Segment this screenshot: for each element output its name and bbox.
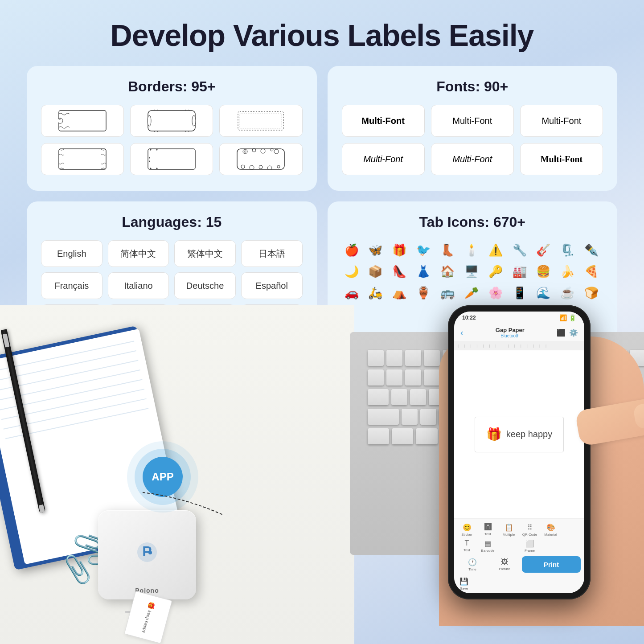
tab-icon-gift: 🎁 xyxy=(390,240,409,260)
phone-print-button[interactable]: Print xyxy=(522,556,581,573)
lang-german: Deutsche xyxy=(174,272,236,299)
lang-french: Français xyxy=(41,272,103,299)
phone-app-header: ‹ Gap Paper Bluetooth ⬛ ⚙️ xyxy=(454,324,584,341)
font-item-1: Multi-Font xyxy=(342,105,425,137)
svg-rect-0 xyxy=(59,111,106,131)
tab-icon-vase: 🏺 xyxy=(414,283,433,303)
phone-canvas: 🎁 keep happy xyxy=(454,350,584,519)
tool-multiple[interactable]: 📋 Multiple xyxy=(500,523,518,537)
tool-time[interactable]: 🕐 Time xyxy=(458,558,487,571)
tab-icons-title: Tab Icons: 670+ xyxy=(342,214,603,230)
lang-spanish: Español xyxy=(241,272,303,299)
tool-barcode[interactable]: T Text xyxy=(458,539,476,553)
tool-empty3 xyxy=(541,539,560,553)
tool-sticker[interactable]: 😊 Sticker xyxy=(458,523,476,537)
border-item-2 xyxy=(130,105,213,137)
font-item-3: Multi-Font xyxy=(520,105,603,137)
lang-japanese: 日本語 xyxy=(241,240,303,267)
bottom-scene: 📎 📎 📎 P Polono 🎁 xyxy=(0,305,644,644)
tab-icon-dress: 👗 xyxy=(414,262,433,281)
border-item-6 xyxy=(219,143,302,175)
tab-icon-warning: ⚠️ xyxy=(486,240,505,260)
features-grid: Borders: 95+ xyxy=(0,66,644,344)
lang-simplified-chinese: 简体中文 xyxy=(108,240,169,267)
tab-icon-burger: 🍔 xyxy=(533,262,553,281)
tab-icon-candle: 🕯️ xyxy=(462,240,481,260)
font-item-6: Multi-Font xyxy=(520,143,603,175)
tab-icon-guitar: 🎸 xyxy=(533,240,553,260)
tab-icon-heels: 👠 xyxy=(390,262,409,281)
tab-icon-pen: ✒️ xyxy=(582,240,601,260)
tab-icon-butterfly: 🦋 xyxy=(365,240,385,260)
tab-icon-monitor: 🖥️ xyxy=(462,262,481,281)
svg-point-23 xyxy=(148,551,152,554)
phone-label-preview-text: keep happy xyxy=(506,429,552,439)
border-item-1 xyxy=(41,105,124,137)
tab-icon-bread: 🍞 xyxy=(582,283,601,303)
icons-row-2: 🌙 📦 👠 👗 🏠 🖥️ 🔑 🏭 🍔 🍌 🍕 xyxy=(342,262,603,281)
tab-icon-pizza: 🍕 xyxy=(582,262,601,281)
tool-empty2 xyxy=(500,539,518,553)
tool-qrcode[interactable]: ⠿ QR Code xyxy=(521,523,539,537)
phone-toolbar: 😊 Sticker 🅰 Text 📋 Multiple ⠿ xyxy=(454,519,584,593)
desk-surface: 📎 📎 📎 P Polono 🎁 xyxy=(0,305,354,644)
svg-rect-8 xyxy=(148,149,195,169)
svg-rect-5 xyxy=(238,111,283,130)
border-item-5 xyxy=(130,143,213,175)
tool-save[interactable]: 💾 Save xyxy=(459,577,468,591)
phone-time: 10:22 xyxy=(462,315,476,321)
tool-text[interactable]: 🅰 Text xyxy=(479,523,497,537)
tab-icon-car: 🚗 xyxy=(342,283,361,303)
font-item-5: Multi-Font xyxy=(431,143,514,175)
tab-icon-wave: 🌊 xyxy=(533,283,553,303)
phone-frame: 10:22 📶 🔋 ‹ Gap Paper Bluetooth xyxy=(448,305,591,599)
svg-point-3 xyxy=(148,115,151,126)
tab-icon-boot: 👢 xyxy=(438,240,457,260)
tab-icon-scooter: 🛵 xyxy=(365,283,385,303)
tab-icon-apple: 🍎 xyxy=(342,240,361,260)
svg-point-4 xyxy=(192,115,196,126)
icons-row-3: 🚗 🛵 ⛺ 🏺 🚌 🥕 🌸 📱 🌊 ☕ 🍞 xyxy=(342,283,603,303)
fonts-card: Fonts: 90+ Multi-Font Multi-Font Multi-F… xyxy=(328,66,618,191)
tool-material[interactable]: 🎨 Material xyxy=(541,523,560,537)
fonts-title: Fonts: 90+ xyxy=(342,78,603,95)
fonts-grid: Multi-Font Multi-Font Multi-Font Multi-F… xyxy=(342,105,603,175)
borders-title: Borders: 95+ xyxy=(41,78,303,95)
lang-italian: Italiano xyxy=(108,272,169,299)
tab-icon-factory: 🏭 xyxy=(510,262,529,281)
svg-rect-7 xyxy=(59,149,106,169)
font-item-2: Multi-Font xyxy=(431,105,514,137)
tool-barcode2[interactable]: ▤ Barcode xyxy=(479,539,497,553)
tab-icon-phone-icon: 📱 xyxy=(510,283,529,303)
phone-status-bar: 10:22 📶 🔋 xyxy=(454,312,584,324)
tool-empty4 xyxy=(562,539,581,553)
phone-header-sub: Bluetooth xyxy=(496,333,525,338)
phone-header-text: Gap Paper xyxy=(496,327,525,333)
languages-title: Languages: 15 xyxy=(41,214,303,230)
app-label: APP xyxy=(152,471,173,483)
tab-icon-clamp: 🗜️ xyxy=(558,240,577,260)
tab-icon-key: 🔑 xyxy=(486,262,505,281)
phone-ruler: ||||||||||||||| xyxy=(454,341,584,350)
tab-icon-carrot: 🥕 xyxy=(462,283,481,303)
svg-rect-2 xyxy=(148,111,195,131)
icons-container: 🍎 🦋 🎁 🐦 👢 🕯️ ⚠️ 🔧 🎸 🗜️ ✒️ 🌙 📦 👠 👗 🏠 🖥️ xyxy=(342,240,603,303)
tab-icon-moon: 🌙 xyxy=(342,262,361,281)
tool-picture[interactable]: 🖼 Picture xyxy=(490,558,519,571)
borders-grid xyxy=(41,105,303,175)
tab-icon-bird: 🐦 xyxy=(414,240,433,260)
phone-screen: 10:22 📶 🔋 ‹ Gap Paper Bluetooth xyxy=(454,312,584,593)
label-printer: P Polono 🎁 keep happy xyxy=(98,510,196,608)
icons-row-1: 🍎 🦋 🎁 🐦 👢 🕯️ ⚠️ 🔧 🎸 🗜️ ✒️ xyxy=(342,240,603,260)
page-title: Develop Various Labels Easily xyxy=(0,0,644,66)
borders-card: Borders: 95+ xyxy=(27,66,317,191)
phone-container: 10:22 📶 🔋 ‹ Gap Paper Bluetooth xyxy=(448,305,608,617)
font-item-4: Multi-Font xyxy=(342,143,425,175)
tab-icon-box: 📦 xyxy=(365,262,385,281)
tab-icon-wrench: 🔧 xyxy=(510,240,529,260)
lang-english: English xyxy=(41,240,103,267)
lang-traditional-chinese: 繁体中文 xyxy=(174,240,236,267)
tab-icon-tent: ⛺ xyxy=(390,283,409,303)
tool-frame[interactable]: ⬜ Frame xyxy=(521,539,539,553)
border-item-3 xyxy=(219,105,302,137)
